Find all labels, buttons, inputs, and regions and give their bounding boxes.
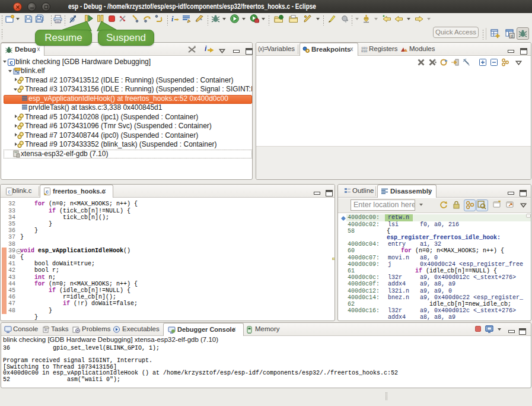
- svg-text:c: c: [8, 189, 11, 195]
- svg-text:0101: 0101: [361, 49, 368, 53]
- svg-text:d: d: [511, 34, 513, 38]
- svg-text:c: c: [9, 59, 13, 65]
- svg-text:c: c: [46, 189, 49, 195]
